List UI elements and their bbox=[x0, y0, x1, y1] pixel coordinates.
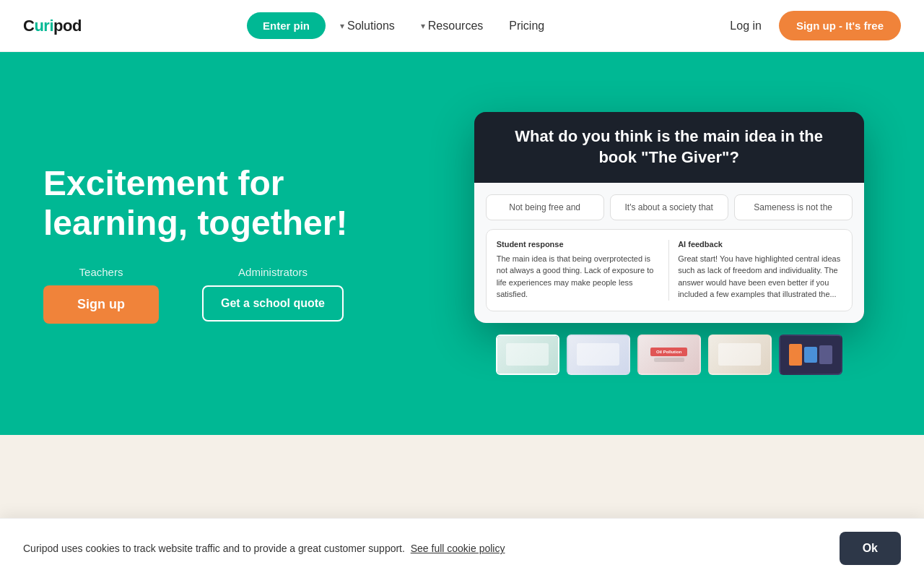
student-response-label: Student response bbox=[497, 240, 661, 249]
option-1: Not being free and bbox=[486, 194, 604, 220]
option-3: Sameness is not the bbox=[734, 194, 853, 220]
cookie-banner: Curipod uses cookies to track website tr… bbox=[0, 518, 924, 578]
enter-pin-button[interactable]: Enter pin bbox=[247, 12, 326, 39]
thumbnail-5-inner bbox=[780, 336, 841, 374]
thumbnail-row: Oil Pollution bbox=[496, 335, 842, 375]
thumbnail-3[interactable]: Oil Pollution bbox=[637, 335, 701, 375]
teachers-label: Teachers bbox=[43, 266, 159, 278]
signup-hero-button[interactable]: Sign up bbox=[43, 285, 159, 324]
student-response-text: The main idea is that being overprotecte… bbox=[497, 253, 661, 301]
log-in-button[interactable]: Log in bbox=[721, 14, 770, 38]
cookie-ok-button[interactable]: Ok bbox=[840, 532, 901, 565]
signup-free-button[interactable]: Sign up - It's free bbox=[779, 11, 901, 40]
thumbnail-1-inner bbox=[497, 336, 558, 374]
school-quote-button[interactable]: Get a school quote bbox=[202, 285, 344, 322]
pricing-nav-item[interactable]: Pricing bbox=[497, 14, 556, 38]
ai-feedback-text: Great start! You have highlighted centra… bbox=[678, 253, 842, 301]
ai-feedback-label: AI feedback bbox=[678, 240, 842, 249]
solutions-nav-item[interactable]: ▾ Solutions bbox=[328, 14, 406, 38]
hero-title: Excitement for learning, together! bbox=[43, 163, 428, 243]
hero-right: What do you think is the main idea in th… bbox=[457, 112, 881, 374]
student-response-col: Student response The main idea is that b… bbox=[497, 240, 661, 301]
nav-center: Enter pin ▾ Solutions ▾ Resources Pricin… bbox=[247, 12, 556, 39]
nav-left: Curipod bbox=[23, 17, 82, 35]
response-options: Not being free and It's about a society … bbox=[486, 194, 853, 220]
hero-card: What do you think is the main idea in th… bbox=[474, 112, 864, 322]
thumbnail-1[interactable] bbox=[496, 335, 559, 375]
pricing-label: Pricing bbox=[509, 20, 544, 33]
thumbnail-2-inner bbox=[568, 336, 629, 374]
navbar: Curipod Enter pin ▾ Solutions ▾ Resource… bbox=[0, 0, 924, 52]
nav-right: Log in Sign up - It's free bbox=[721, 11, 901, 40]
administrators-cta-group: Administrators Get a school quote bbox=[202, 266, 344, 322]
thumbnail-4-inner bbox=[710, 336, 770, 374]
card-body: Not being free and It's about a society … bbox=[474, 183, 864, 323]
chevron-down-icon: ▾ bbox=[340, 21, 344, 31]
ai-feedback-col: AI feedback Great start! You have highli… bbox=[678, 240, 842, 301]
hero-left: Excitement for learning, together! Teach… bbox=[43, 163, 457, 324]
thumbnail-3-inner: Oil Pollution bbox=[639, 336, 699, 374]
thumbnail-5[interactable] bbox=[779, 335, 842, 375]
option-2: It's about a society that bbox=[610, 194, 728, 220]
cookie-message: Curipod uses cookies to track website tr… bbox=[23, 543, 505, 554]
hero-cta-section: Teachers Sign up Administrators Get a sc… bbox=[43, 266, 428, 324]
thumbnail-2[interactable] bbox=[567, 335, 630, 375]
resources-label: Resources bbox=[428, 20, 483, 33]
chevron-down-icon: ▾ bbox=[421, 21, 425, 31]
solutions-label: Solutions bbox=[347, 20, 395, 33]
feedback-panel: Student response The main idea is that b… bbox=[486, 229, 853, 311]
divider bbox=[668, 240, 669, 301]
thumbnail-4[interactable] bbox=[708, 335, 772, 375]
administrators-label: Administrators bbox=[202, 266, 344, 278]
card-question: What do you think is the main idea in th… bbox=[474, 112, 864, 182]
logo: Curipod bbox=[23, 17, 82, 35]
resources-nav-item[interactable]: ▾ Resources bbox=[409, 14, 494, 38]
hero-section: Excitement for learning, together! Teach… bbox=[0, 52, 924, 435]
cookie-policy-link[interactable]: See full cookie policy bbox=[411, 543, 505, 554]
teachers-cta-group: Teachers Sign up bbox=[43, 266, 159, 324]
